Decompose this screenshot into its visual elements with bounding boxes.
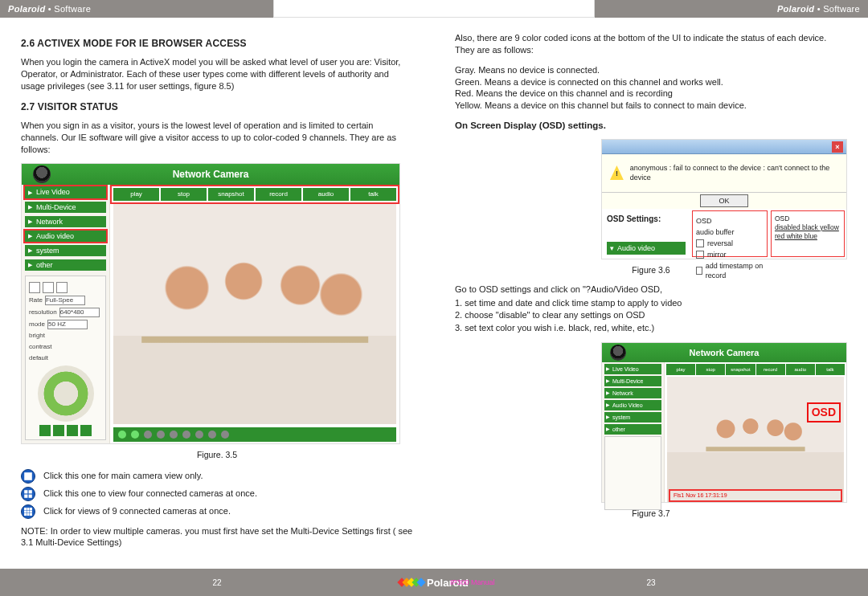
checkbox-reversal[interactable] bbox=[696, 239, 704, 247]
fig37-nav-live[interactable]: Live Video bbox=[604, 364, 661, 374]
svg-rect-5 bbox=[24, 508, 27, 510]
status-dot-7 bbox=[195, 431, 203, 439]
para-2-6: When you login the camera in ActiveX mod… bbox=[21, 56, 413, 92]
svg-rect-4 bbox=[29, 494, 32, 497]
view-one-icon bbox=[21, 469, 35, 484]
nav-other[interactable]: other bbox=[25, 259, 106, 271]
device-status-strip bbox=[113, 427, 396, 442]
fig37-nav-system[interactable]: system bbox=[604, 412, 661, 423]
header-brand-left: Polaroid • Software bbox=[0, 4, 99, 14]
view-four-icon bbox=[21, 487, 35, 501]
fig37-tb-talk[interactable]: talk bbox=[816, 364, 845, 375]
fig37-tb-stop[interactable]: stop bbox=[696, 364, 725, 375]
nav-audio-video[interactable]: Audio video bbox=[25, 231, 106, 242]
nav-system[interactable]: system bbox=[25, 245, 106, 256]
figure-controls-panel: RateFull-Spee resolution640*480 mode50 H… bbox=[25, 276, 106, 440]
osd-settings-label: OSD Settings: bbox=[607, 214, 686, 225]
status-dot-1 bbox=[118, 431, 126, 439]
step-2: 2. choose "disable" to clear any setting… bbox=[455, 309, 847, 321]
mode-select[interactable]: 50 HZ bbox=[47, 320, 88, 329]
toolbar-audio[interactable]: audio bbox=[303, 188, 349, 201]
fig37-sidebar: Live Video Multi-Device Network Audio Vi… bbox=[602, 362, 665, 502]
fig37-nav-audio[interactable]: Audio Video bbox=[604, 400, 661, 410]
view-1-icon[interactable] bbox=[29, 282, 40, 293]
page-number-right: 23 bbox=[646, 578, 655, 587]
label-rate: Rate bbox=[29, 296, 43, 305]
para-2-7: When you sign in as a visitor, yours is … bbox=[21, 120, 413, 156]
ctrl-btn-4[interactable] bbox=[80, 425, 92, 436]
resolution-select[interactable]: 640*480 bbox=[59, 308, 100, 317]
osd-overlay-label: OSD bbox=[807, 402, 841, 423]
osd-note-title: OSD bbox=[775, 214, 841, 223]
status-dot-6 bbox=[182, 431, 190, 439]
camera-feed-image bbox=[113, 204, 396, 424]
figure-3-7: Network Camera Live Video Multi-Device N… bbox=[601, 342, 847, 503]
toolbar-talk[interactable]: talk bbox=[350, 188, 396, 201]
svg-rect-8 bbox=[24, 510, 27, 512]
figure-3-5-caption: Figure. 3.5 bbox=[21, 449, 413, 460]
toolbar-play[interactable]: play bbox=[113, 188, 159, 201]
nav-live-video[interactable]: Live Video bbox=[25, 186, 106, 198]
fig37-feed-image: OSD Fls1 Nov 16 17:31:19 bbox=[667, 377, 844, 502]
ctrl-btn-2[interactable] bbox=[53, 425, 64, 436]
fig37-tb-audio[interactable]: audio bbox=[786, 364, 815, 375]
figure-title-bar: Network Camera bbox=[22, 164, 399, 185]
status-dot-5 bbox=[170, 431, 178, 439]
svg-rect-9 bbox=[27, 510, 30, 512]
fig37-tb-play[interactable]: play bbox=[666, 364, 695, 375]
ctrl-btn-1[interactable] bbox=[39, 425, 51, 436]
svg-rect-0 bbox=[24, 472, 32, 480]
dialog-message-row: anonymous : fail to connect to the devic… bbox=[602, 154, 846, 193]
checkbox-3[interactable] bbox=[696, 267, 702, 275]
osd-timestamp: Fls1 Nov 16 17:31:19 bbox=[670, 491, 841, 500]
svg-rect-12 bbox=[27, 513, 30, 516]
view-one-text: Click this one for main camera view only… bbox=[43, 470, 203, 482]
fig37-tb-snap[interactable]: snapshot bbox=[726, 364, 755, 375]
figure-3-6-caption: Figure 3.6 bbox=[455, 264, 847, 276]
ok-button[interactable]: OK bbox=[700, 194, 748, 207]
dialog-message-text: anonymous : fail to connect to the devic… bbox=[630, 163, 838, 182]
checkbox-2[interactable] bbox=[696, 251, 704, 259]
ctrl-btn-3[interactable] bbox=[67, 425, 78, 436]
toolbar-snapshot[interactable]: snapshot bbox=[208, 188, 254, 201]
heading-2-6: 2.6 ACTIVEX MODE FOR IE BROWSER ACCESS bbox=[21, 37, 413, 50]
intro-colors: Also, there are 9 color coded icons at t… bbox=[455, 32, 847, 56]
nav-multi-device[interactable]: Multi-Device bbox=[25, 202, 106, 213]
figure-sidebar: Live Video Multi-Device Network Audio vi… bbox=[22, 185, 110, 443]
svg-rect-13 bbox=[30, 513, 32, 516]
toolbar-record[interactable]: record bbox=[256, 188, 301, 201]
page-right-column: Also, there are 9 color coded icons at t… bbox=[434, 18, 868, 569]
polaroid-logo-icon bbox=[399, 579, 424, 586]
fig37-nav-network[interactable]: Network bbox=[604, 388, 661, 398]
color-red: Red. Means the device on this channel an… bbox=[455, 88, 847, 100]
ptz-ring-control[interactable] bbox=[38, 365, 94, 422]
nav-network[interactable]: Network bbox=[25, 216, 106, 227]
rate-select[interactable]: Full-Spee bbox=[45, 296, 85, 305]
svg-rect-11 bbox=[24, 513, 27, 516]
close-icon[interactable]: × bbox=[832, 141, 843, 153]
svg-rect-1 bbox=[24, 490, 27, 493]
label-bright: bright bbox=[29, 332, 45, 341]
toolbar-stop[interactable]: stop bbox=[161, 188, 207, 201]
step-3: 3. set text color you wish i.e. black, r… bbox=[455, 322, 847, 334]
view-four-text: Click this one to view four connected ca… bbox=[43, 488, 257, 500]
svg-rect-7 bbox=[30, 508, 32, 510]
label-mode: mode bbox=[29, 320, 45, 329]
osd-color-note: OSD disabled black yellow red white blue bbox=[771, 210, 845, 257]
warning-icon bbox=[610, 165, 624, 180]
color-green: Green. Means a device is connected on th… bbox=[455, 76, 847, 88]
osd-note-line2: red white blue bbox=[775, 232, 841, 241]
status-dot-3 bbox=[144, 431, 152, 439]
view-4-icon[interactable] bbox=[43, 282, 54, 293]
dialog-title-bar: × bbox=[602, 140, 846, 154]
fig37-tb-rec[interactable]: record bbox=[756, 364, 785, 375]
figure-3-5: Network Camera Live Video Multi-Device N… bbox=[21, 163, 400, 444]
page-left-column: 2.6 ACTIVEX MODE FOR IE BROWSER ACCESS W… bbox=[0, 18, 434, 569]
fig37-nav-multi[interactable]: Multi-Device bbox=[604, 376, 661, 386]
fig37-nav-other[interactable]: other bbox=[604, 424, 661, 435]
label-contrast: contrast bbox=[29, 343, 51, 352]
audio-video-button[interactable]: Audio video bbox=[607, 242, 686, 255]
opt-audio-buffer: audio buffer bbox=[696, 227, 734, 237]
opt-timestamp: add timestamp on record bbox=[706, 261, 764, 280]
view-9-icon[interactable] bbox=[56, 282, 68, 293]
